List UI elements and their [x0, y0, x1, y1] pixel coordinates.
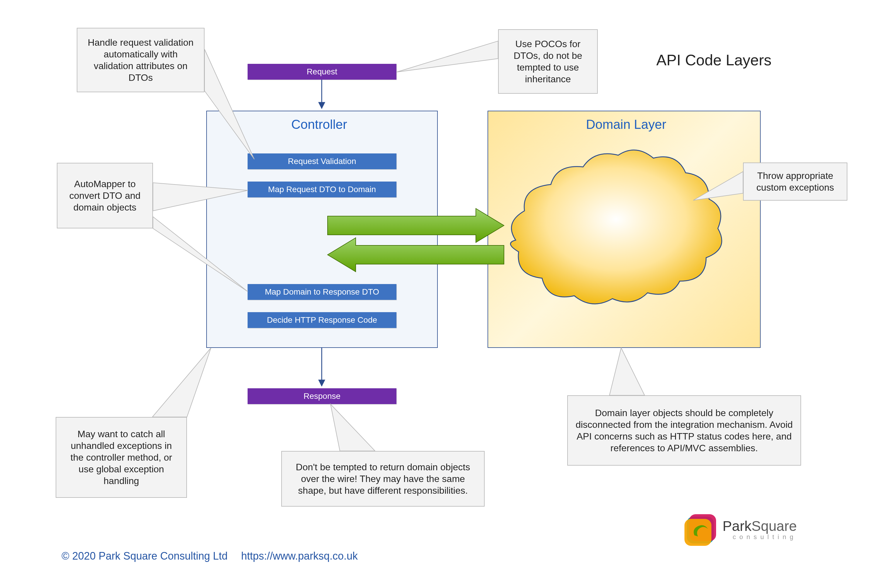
callout-automapper: AutoMapper to convert DTO and domain obj… — [57, 163, 153, 228]
leader-catch — [152, 348, 211, 417]
step-request-validation: Request Validation — [248, 153, 397, 169]
leader-domobjects — [331, 404, 375, 451]
logo-bold: Park — [723, 518, 751, 534]
callout-validation: Handle request validation automatically … — [77, 28, 204, 92]
step-map-request: Map Request DTO to Domain — [248, 182, 397, 197]
logo-light: Square — [751, 518, 797, 534]
footer-copyright: © 2020 Park Square Consulting Ltd — [62, 550, 228, 562]
page-title: API Code Layers — [656, 51, 771, 69]
response-box: Response — [248, 388, 397, 404]
logo-icon — [683, 513, 718, 548]
brand-logo: ParkSquare consulting — [683, 513, 797, 548]
svg-rect-2 — [684, 519, 711, 546]
callout-pocos: Use POCOs for DTOs, do not be tempted to… — [498, 29, 598, 94]
business-logic-label: Business logic — [569, 230, 628, 240]
leader-disconnect — [609, 348, 645, 395]
callout-disconnect: Domain layer objects should be completel… — [567, 395, 801, 466]
callout-catch-exceptions: May want to catch all unhandled exceptio… — [56, 417, 187, 498]
logo-subtitle: consulting — [723, 533, 797, 541]
diagram-stage: API Code Layers Request Controller Reque… — [0, 0, 879, 588]
footer: © 2020 Park Square Consulting Ltd https:… — [62, 550, 358, 562]
request-box: Request — [248, 64, 397, 80]
controller-title: Controller — [291, 117, 347, 132]
step-map-response: Map Domain to Response DTO — [248, 284, 397, 300]
domain-title: Domain Layer — [586, 117, 666, 132]
footer-url[interactable]: https://www.parksq.co.uk — [241, 550, 358, 562]
callout-domain-objects: Don't be tempted to return domain object… — [281, 451, 485, 507]
callout-throw-exceptions: Throw appropriate custom exceptions — [743, 162, 847, 201]
step-http-code: Decide HTTP Response Code — [248, 312, 397, 328]
domain-layer — [488, 111, 760, 348]
leader-pocos — [397, 41, 498, 72]
logo-text: ParkSquare — [723, 519, 797, 533]
